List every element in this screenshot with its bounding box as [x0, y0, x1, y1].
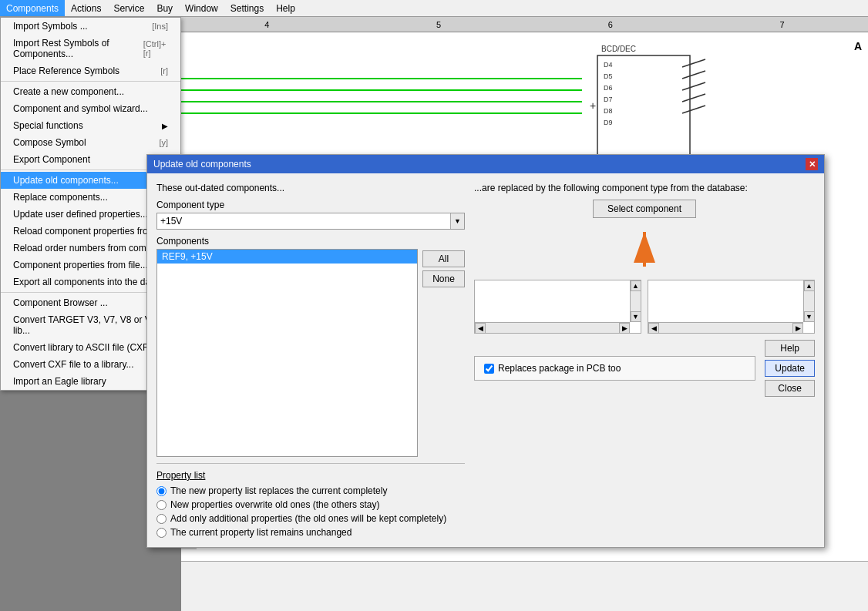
menu-actions[interactable]: Actions	[65, 0, 107, 16]
menu-buy[interactable]: Buy	[150, 0, 179, 16]
menu-service[interactable]: Service	[107, 0, 150, 16]
menubar: Components Actions Service Buy Window Se…	[0, 0, 868, 17]
menu-help[interactable]: Help	[270, 0, 301, 16]
menu-settings[interactable]: Settings	[224, 0, 270, 16]
menu-window[interactable]: Window	[179, 0, 224, 16]
menu-components[interactable]: Components	[0, 0, 65, 16]
